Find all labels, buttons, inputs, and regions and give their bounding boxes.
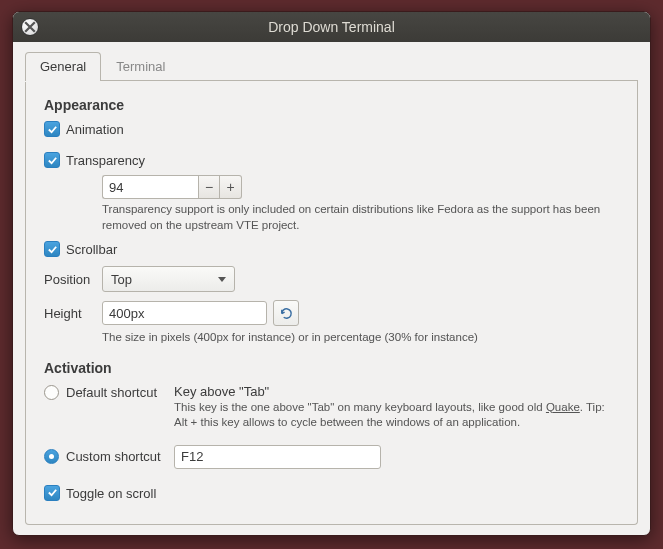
quake-link[interactable]: Quake <box>546 401 580 413</box>
label-scrollbar[interactable]: Scrollbar <box>66 241 117 258</box>
checkbox-animation[interactable] <box>44 121 60 137</box>
tab-terminal[interactable]: Terminal <box>101 52 180 81</box>
position-value: Top <box>111 272 132 287</box>
row-scrollbar: Scrollbar <box>44 241 619 258</box>
window-title: Drop Down Terminal <box>13 19 650 35</box>
radio-default-shortcut[interactable] <box>44 385 59 400</box>
revert-icon <box>279 306 294 321</box>
tabstrip: General Terminal <box>25 52 638 81</box>
chevron-down-icon <box>218 277 226 282</box>
tab-general[interactable]: General <box>25 52 101 81</box>
row-default-shortcut: Default shortcut Key above "Tab" This ke… <box>44 384 619 431</box>
position-select[interactable]: Top <box>102 266 235 292</box>
row-transparency: Transparency <box>44 152 619 169</box>
checkbox-transparency[interactable] <box>44 152 60 168</box>
label-toggle-scroll[interactable]: Toggle on scroll <box>66 485 156 502</box>
titlebar: Drop Down Terminal <box>13 12 650 42</box>
settings-window: Drop Down Terminal General Terminal Appe… <box>12 11 651 536</box>
height-input[interactable] <box>102 301 267 325</box>
row-height: Height <box>44 300 619 326</box>
check-icon <box>47 487 58 498</box>
check-icon <box>47 155 58 166</box>
revert-height-button[interactable] <box>273 300 299 326</box>
transparency-decrement[interactable]: − <box>198 175 220 199</box>
label-height: Height <box>44 306 102 321</box>
default-shortcut-key: Key above "Tab" <box>174 384 619 399</box>
transparency-input[interactable] <box>102 175 198 199</box>
row-animation: Animation <box>44 121 619 138</box>
custom-shortcut-input[interactable] <box>174 445 381 469</box>
tab-content-general: Appearance Animation Transparency − + <box>25 81 638 525</box>
checkbox-toggle-scroll[interactable] <box>44 485 60 501</box>
close-icon <box>22 19 38 35</box>
section-activation-title: Activation <box>44 360 619 376</box>
check-icon <box>47 244 58 255</box>
label-transparency[interactable]: Transparency <box>66 152 145 169</box>
radio-custom-shortcut[interactable] <box>44 449 59 464</box>
window-body: General Terminal Appearance Animation Tr… <box>13 42 650 536</box>
checkbox-scrollbar[interactable] <box>44 241 60 257</box>
row-toggle-scroll: Toggle on scroll <box>44 485 619 502</box>
default-shortcut-hint: This key is the one above "Tab" on many … <box>174 400 619 431</box>
close-button[interactable] <box>21 18 39 36</box>
row-custom-shortcut: Custom shortcut <box>44 445 619 469</box>
transparency-controls: − + Transparency support is only include… <box>102 175 619 233</box>
section-appearance-title: Appearance <box>44 97 619 113</box>
label-default-shortcut[interactable]: Default shortcut <box>66 384 157 401</box>
label-position: Position <box>44 272 102 287</box>
height-hint: The size in pixels (400px for instance) … <box>102 330 619 346</box>
transparency-increment[interactable]: + <box>220 175 242 199</box>
row-position: Position Top <box>44 266 619 292</box>
label-custom-shortcut[interactable]: Custom shortcut <box>66 448 161 465</box>
transparency-hint: Transparency support is only included on… <box>102 202 619 233</box>
label-animation[interactable]: Animation <box>66 121 124 138</box>
check-icon <box>47 124 58 135</box>
